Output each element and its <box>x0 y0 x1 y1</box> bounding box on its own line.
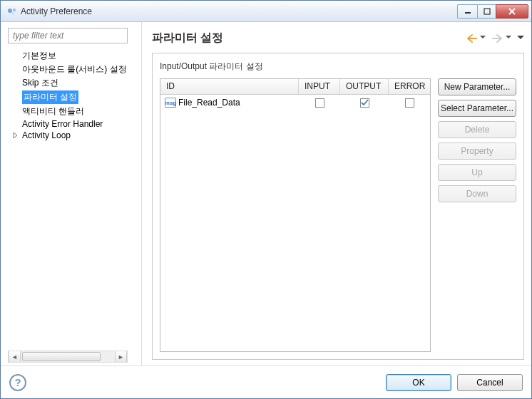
nav-item-error-handler[interactable]: Activity Error Handler <box>8 118 138 130</box>
cell-input <box>299 97 340 109</box>
window-title: Activity Preference <box>21 6 457 16</box>
titlebar: Activity Preference <box>1 1 531 22</box>
new-parameter-button[interactable]: New Parameter... <box>438 78 516 95</box>
error-checkbox[interactable] <box>405 98 414 108</box>
scroll-track[interactable] <box>21 351 115 362</box>
footer: ? OK Cancel <box>1 366 531 398</box>
msg-icon: msg <box>165 98 176 108</box>
nav-item-skip-condition[interactable]: Skip 조건 <box>8 76 138 90</box>
input-checkbox[interactable] <box>315 98 324 108</box>
svg-point-1 <box>13 8 16 11</box>
table-header: ID INPUT OUTPUT ERROR <box>160 79 430 95</box>
nav-item-activity-handler[interactable]: 액티비티 핸들러 <box>8 105 138 118</box>
nav-item-outbound-rule[interactable]: 아웃바운드 룰(서비스) 설정 <box>8 63 138 76</box>
minimize-button[interactable] <box>457 4 477 19</box>
cell-id-text: File_Read_Data <box>178 98 240 108</box>
cell-output <box>340 97 389 109</box>
scroll-thumb[interactable] <box>22 352 101 361</box>
svg-point-2 <box>11 11 14 14</box>
nav-item-parameter-setting[interactable]: 파라미터 설정 <box>8 90 138 105</box>
col-error[interactable]: ERROR <box>389 79 430 94</box>
scroll-right-icon[interactable]: ► <box>115 351 127 362</box>
expand-arrow-icon[interactable] <box>12 133 19 138</box>
app-icon <box>6 6 18 17</box>
cell-error <box>389 97 430 109</box>
down-button[interactable]: Down <box>438 185 516 202</box>
button-column: New Parameter... Select Parameter... Del… <box>438 78 516 352</box>
property-button[interactable]: Property <box>438 142 516 160</box>
col-input[interactable]: INPUT <box>299 79 340 94</box>
parameter-panel: Input/Output 파라미터 설정 ID INPUT OUTPUT ERR… <box>152 53 524 360</box>
output-checkbox[interactable] <box>360 98 369 108</box>
col-output[interactable]: OUTPUT <box>340 79 389 94</box>
select-parameter-button[interactable]: Select Parameter... <box>438 100 516 117</box>
svg-rect-4 <box>484 9 490 14</box>
sidebar: 기본정보 아웃바운드 룰(서비스) 설정 Skip 조건 파라미터 설정 액티비… <box>1 22 142 366</box>
filter-input[interactable] <box>8 28 128 43</box>
parameter-table: ID INPUT OUTPUT ERROR msg File_Read_Data <box>160 78 431 352</box>
activity-preference-window: Activity Preference 기본정보 아웃바운드 룰(서비스) 설정… <box>0 0 532 399</box>
delete-button[interactable]: Delete <box>438 121 516 138</box>
view-menu-dropdown-icon[interactable] <box>517 32 524 44</box>
window-controls <box>457 4 528 19</box>
nav-back-icon[interactable] <box>466 33 479 43</box>
panel-subtitle: Input/Output 파라미터 설정 <box>160 61 516 73</box>
nav-tree: 기본정보 아웃바운드 룰(서비스) 설정 Skip 조건 파라미터 설정 액티비… <box>8 49 138 348</box>
col-id[interactable]: ID <box>160 79 299 94</box>
nav-item-basic-info[interactable]: 기본정보 <box>8 49 138 63</box>
main-header: 파라미터 설정 <box>152 28 524 53</box>
nav-forward-icon[interactable] <box>491 33 504 43</box>
maximize-button[interactable] <box>477 4 496 19</box>
cell-id: msg File_Read_Data <box>160 96 299 109</box>
table-row[interactable]: msg File_Read_Data <box>160 95 430 110</box>
svg-point-0 <box>8 9 12 13</box>
close-button[interactable] <box>496 4 528 19</box>
ok-button[interactable]: OK <box>386 374 451 391</box>
nav-back-dropdown-icon[interactable] <box>480 32 486 44</box>
sidebar-hscrollbar[interactable]: ◄ ► <box>8 351 128 363</box>
nav-forward-dropdown-icon[interactable] <box>506 32 511 44</box>
content-area: 기본정보 아웃바운드 룰(서비스) 설정 Skip 조건 파라미터 설정 액티비… <box>1 22 531 366</box>
cancel-button[interactable]: Cancel <box>457 374 523 391</box>
help-icon[interactable]: ? <box>9 374 26 391</box>
scroll-left-icon[interactable]: ◄ <box>9 351 21 362</box>
header-nav-arrows <box>466 32 524 44</box>
main-panel: 파라미터 설정 Input/Output 파라미터 설정 <box>142 22 531 366</box>
page-title: 파라미터 설정 <box>152 31 223 46</box>
up-button[interactable]: Up <box>438 164 516 181</box>
nav-item-activity-loop[interactable]: Activity Loop <box>8 130 138 141</box>
